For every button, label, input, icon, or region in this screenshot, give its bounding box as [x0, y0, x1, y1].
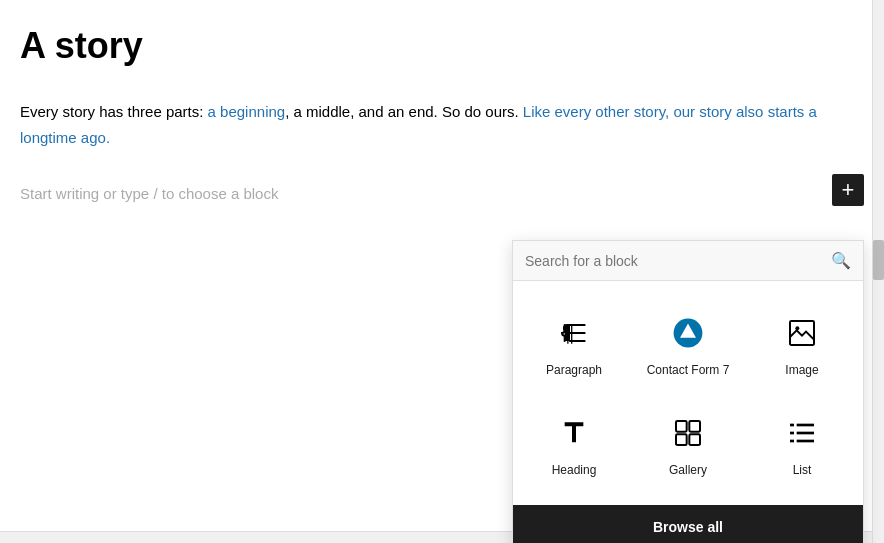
svg-rect-10: [797, 424, 814, 427]
svg-rect-5: [676, 421, 687, 432]
story-body: Every story has three parts: a beginning…: [20, 99, 864, 150]
link-beginning[interactable]: a beginning: [208, 103, 286, 120]
block-label-image: Image: [785, 363, 818, 377]
scrollbar-thumb[interactable]: [873, 240, 884, 280]
block-label-paragraph: Paragraph: [546, 363, 602, 377]
blocks-grid: ¶ Paragraph Contact Form 7: [513, 281, 863, 497]
block-placeholder-text: Start writing or type / to choose a bloc…: [20, 185, 278, 202]
svg-rect-14: [797, 440, 814, 443]
svg-rect-12: [797, 432, 814, 435]
svg-text:¶: ¶: [562, 319, 575, 346]
block-label-contact-form-7: Contact Form 7: [647, 363, 730, 377]
add-block-button[interactable]: +: [832, 174, 864, 206]
vertical-scrollbar[interactable]: [872, 0, 884, 543]
image-icon: [778, 309, 826, 357]
svg-rect-11: [790, 432, 794, 435]
gallery-icon: [664, 409, 712, 457]
block-item-paragraph[interactable]: ¶ Paragraph: [521, 297, 627, 389]
svg-rect-7: [676, 434, 687, 445]
block-item-heading[interactable]: Heading: [521, 397, 627, 489]
link-story[interactable]: Like every other story, our story also s…: [20, 103, 817, 146]
heading-icon: [550, 409, 598, 457]
search-input[interactable]: [525, 253, 831, 269]
search-bar: 🔍: [513, 241, 863, 281]
block-label-heading: Heading: [552, 463, 597, 477]
svg-rect-13: [790, 440, 794, 443]
svg-rect-6: [689, 421, 700, 432]
browse-all-button[interactable]: Browse all: [513, 505, 863, 543]
block-item-gallery[interactable]: Gallery: [635, 397, 741, 489]
block-label-gallery: Gallery: [669, 463, 707, 477]
contact-form-7-icon: [664, 309, 712, 357]
block-inserter-popup: 🔍 ¶ Paragraph Contact Fo: [512, 240, 864, 543]
block-placeholder-row: Start writing or type / to choose a bloc…: [20, 174, 864, 214]
search-icon: 🔍: [831, 251, 851, 270]
block-label-list: List: [793, 463, 812, 477]
block-item-image[interactable]: Image: [749, 297, 855, 389]
svg-rect-9: [790, 424, 794, 427]
paragraph-icon: ¶: [550, 309, 598, 357]
list-icon: [778, 409, 826, 457]
editor-area: A story Every story has three parts: a b…: [0, 0, 884, 214]
block-item-list[interactable]: List: [749, 397, 855, 489]
page-title: A story: [20, 24, 864, 67]
svg-rect-8: [689, 434, 700, 445]
block-item-contact-form-7[interactable]: Contact Form 7: [635, 297, 741, 389]
